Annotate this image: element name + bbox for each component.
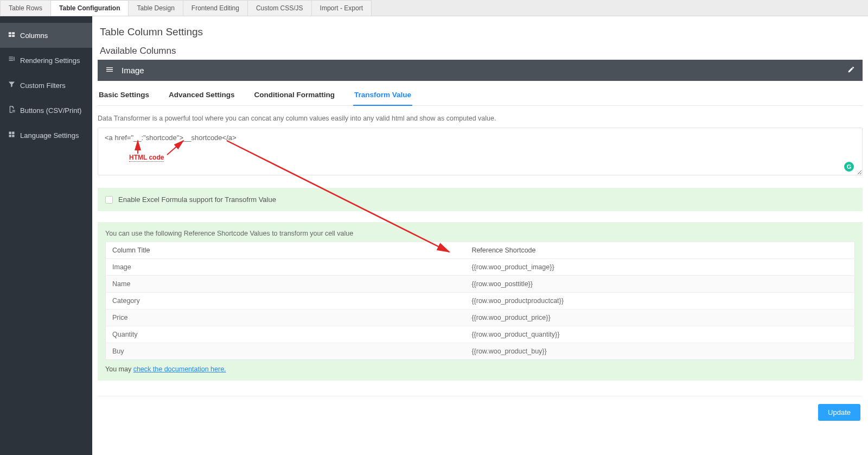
top-tab-table-configuration[interactable]: Table Configuration [50,0,129,16]
ref-row-code: {{row.woo_product_quantity}} [465,326,854,343]
sidebar-item-label: Language Settings [20,131,79,140]
hamburger-icon[interactable] [105,65,114,75]
layout: ColumnsRendering SettingsCustom FiltersB… [0,16,868,455]
sidebar-item-label: Buttons (CSV/Print) [20,106,81,115]
table-row: Category{{row.woo_productproductcat}} [106,293,855,309]
table-row: Image{{row.woo_product_image}} [106,259,855,276]
column-header-bar[interactable]: Image [98,60,863,81]
transform-value-wrap: HTML code G [98,128,863,177]
top-tab-table-rows[interactable]: Table Rows [0,0,51,16]
ref-row-code: {{row.woo_product_buy}} [465,343,854,360]
language-settings-icon [8,130,16,140]
transform-helper-text: Data Transformer is a powerful tool wher… [98,115,863,122]
transform-value-textarea[interactable] [98,128,863,175]
documentation-link[interactable]: check the documentation here. [133,365,226,373]
column-header-title: Image [122,66,144,75]
excel-formula-panel: Enable Excel Formula support for Transof… [98,188,863,211]
top-tab-frontend-editing[interactable]: Frontend Editing [183,0,248,16]
sidebar-item-buttons-csv-print-[interactable]: Buttons (CSV/Print) [0,98,92,123]
table-row: Buy{{row.woo_product_buy}} [106,343,855,360]
sidebar-item-label: Rendering Settings [20,56,80,65]
ref-row-title: Quantity [106,326,465,343]
ref-row-title: Category [106,293,465,309]
update-button[interactable]: Update [818,404,860,421]
tab-basic-settings[interactable]: Basic Settings [98,91,150,105]
ref-row-title: Price [106,309,465,326]
grammarly-icon[interactable]: G [844,162,854,172]
ref-row-title: Buy [106,343,465,360]
top-tab-import-export[interactable]: Import - Export [311,0,372,16]
excel-formula-checkbox-row[interactable]: Enable Excel Formula support for Transof… [105,195,855,204]
reference-intro-text: You can use the following Reference Shor… [105,230,855,237]
ref-row-code: {{row.woo_posttitle}} [465,276,854,293]
sidebar-item-language-settings[interactable]: Language Settings [0,123,92,148]
custom-filters-icon [8,80,16,90]
top-tab-table-design[interactable]: Table Design [128,0,183,16]
table-row: Price{{row.woo_product_price}} [106,309,855,326]
ref-row-title: Image [106,259,465,276]
ref-row-code: {{row.woo_product_price}} [465,309,854,326]
excel-formula-checkbox-label: Enable Excel Formula support for Transof… [118,195,276,204]
page-title: Table Column Settings [100,26,860,38]
tab-advanced-settings[interactable]: Advanced Settings [168,91,236,105]
sidebar: ColumnsRendering SettingsCustom FiltersB… [0,16,92,455]
ref-row-code: {{row.woo_product_image}} [465,259,854,276]
ref-th-code: Reference Shortcode [465,242,854,259]
columns-icon [8,30,16,40]
top-tab-custom-css-js[interactable]: Custom CSS/JS [247,0,312,16]
available-columns-heading: Available Columns [100,46,860,56]
column-sub-tabs: Basic SettingsAdvanced SettingsCondition… [98,81,863,106]
sidebar-item-columns[interactable]: Columns [0,23,92,48]
pencil-icon[interactable] [847,66,855,75]
table-row: Quantity{{row.woo_product_quantity}} [106,326,855,343]
main-panel: Table Column Settings Available Columns … [92,16,868,455]
ref-row-code: {{row.woo_productproductcat}} [465,293,854,309]
buttons-csv-print--icon [8,105,16,115]
tab-conditional-formatting[interactable]: Conditional Formatting [253,91,336,105]
table-row: Name{{row.woo_posttitle}} [106,276,855,293]
tab-transform-value[interactable]: Transform Value [353,91,412,105]
sidebar-item-label: Custom Filters [20,81,66,90]
footer-actions: Update [98,396,863,421]
ref-row-title: Name [106,276,465,293]
reference-shortcode-table: Column Title Reference Shortcode Image{{… [105,242,855,360]
sidebar-item-custom-filters[interactable]: Custom Filters [0,73,92,98]
checkbox-icon[interactable] [105,196,113,204]
sidebar-item-label: Columns [20,31,48,40]
reference-shortcode-panel: You can use the following Reference Shor… [98,222,863,381]
ref-th-title: Column Title [106,242,465,259]
documentation-line: You may check the documentation here. [105,365,855,373]
top-tabs: Table RowsTable ConfigurationTable Desig… [0,0,868,16]
rendering-settings-icon [8,55,16,65]
doc-prefix: You may [105,365,133,373]
sidebar-item-rendering-settings[interactable]: Rendering Settings [0,48,92,73]
